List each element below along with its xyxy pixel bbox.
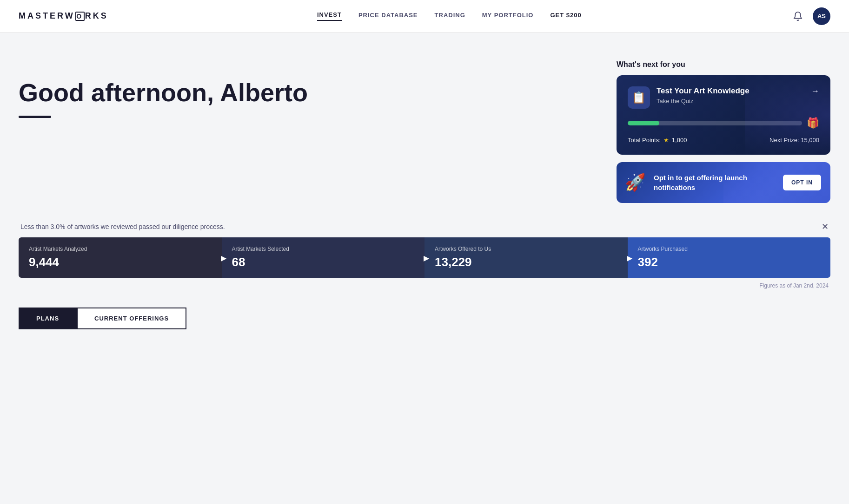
stats-section: Less than 3.0% of artworks we reviewed p… (0, 222, 849, 298)
stat-artworks-offered: Artworks Offered to Us 13,229 (424, 237, 628, 278)
greeting-text: Good afternoon, Alberto (19, 79, 598, 106)
logo-text-right: RKS (85, 11, 108, 21)
diligence-text: Less than 3.0% of artworks we reviewed p… (20, 223, 225, 230)
stats-bar: Artist Markets Analyzed 9,444 Artist Mar… (19, 237, 830, 278)
tab-current-offerings[interactable]: CURRENT OFFERINGS (77, 308, 186, 329)
gift-icon: 🎁 (807, 117, 819, 129)
header: MASTERW O RKS INVEST PRICE DATABASE TRAD… (0, 0, 849, 33)
logo-text-left: MASTERW (19, 11, 75, 21)
stat-value-3: 392 (638, 255, 821, 269)
whats-next-label: What's next for you (617, 60, 830, 69)
tab-plans[interactable]: PLANS (19, 308, 77, 329)
rocket-icon: 🚀 (617, 162, 654, 203)
stat-artworks-purchased: Artworks Purchased 392 (628, 237, 831, 278)
quiz-subtitle: Take the Quiz (657, 98, 750, 105)
left-section: Good afternoon, Alberto (19, 60, 598, 203)
nav-get200[interactable]: GET $200 (550, 12, 581, 20)
bell-icon[interactable] (790, 9, 805, 24)
stat-label-1: Artist Markets Selected (232, 246, 415, 252)
opt-in-button[interactable]: OPT IN (783, 175, 821, 190)
main-content: Good afternoon, Alberto What's next for … (0, 33, 849, 222)
figures-note: Figures as of Jan 2nd, 2024 (19, 282, 830, 289)
quiz-footer: Total Points: ★ 1,800 Next Prize: 15,000 (628, 137, 819, 144)
progress-bar-fill (628, 121, 659, 125)
nav-invest[interactable]: INVEST (317, 11, 342, 21)
logo: MASTERW O RKS (19, 11, 108, 21)
logo-o: O (75, 12, 85, 21)
nav-price-database[interactable]: PRICE DATABASE (358, 12, 418, 20)
stat-value-2: 13,229 (435, 255, 617, 269)
tabs-section: PLANS CURRENT OFFERINGS (0, 298, 849, 329)
quiz-card[interactable]: 📋 Test Your Art Knowledge Take the Quiz … (617, 75, 830, 155)
avatar[interactable]: AS (813, 7, 830, 25)
total-points-label: Total Points: (628, 137, 661, 144)
diligence-banner: Less than 3.0% of artworks we reviewed p… (19, 222, 830, 232)
main-nav: INVEST PRICE DATABASE TRADING MY PORTFOL… (317, 11, 582, 21)
greeting-underline (19, 116, 51, 118)
stat-label-2: Artworks Offered to Us (435, 246, 617, 252)
total-points-value: 1,800 (672, 137, 687, 144)
optin-card[interactable]: 🚀 Opt in to get offering launch notifica… (617, 162, 830, 203)
stat-artist-markets-analyzed: Artist Markets Analyzed 9,444 (19, 237, 222, 278)
close-banner-button[interactable]: ✕ (822, 222, 829, 232)
quiz-arrow-icon[interactable]: → (811, 86, 819, 96)
quiz-text: Test Your Art Knowledge Take the Quiz (657, 86, 750, 105)
optin-text: Opt in to get offering launch notificati… (654, 173, 783, 192)
right-section: What's next for you 📋 Test Your Art Know… (617, 60, 830, 203)
progress-row: 🎁 (628, 117, 819, 129)
stat-label-3: Artworks Purchased (638, 246, 821, 252)
progress-bar-background (628, 121, 802, 125)
total-points: Total Points: ★ 1,800 (628, 137, 687, 144)
star-icon: ★ (663, 137, 669, 144)
quiz-title: Test Your Art Knowledge (657, 86, 750, 96)
header-right: AS (790, 7, 830, 25)
stat-value-0: 9,444 (29, 255, 212, 269)
next-prize: Next Prize: 15,000 (769, 137, 819, 144)
stat-artist-markets-selected: Artist Markets Selected 68 (222, 237, 425, 278)
nav-my-portfolio[interactable]: MY PORTFOLIO (482, 12, 534, 20)
stat-label-0: Artist Markets Analyzed (29, 246, 212, 252)
quiz-icon: 📋 (628, 86, 650, 109)
nav-trading[interactable]: TRADING (435, 12, 465, 20)
quiz-title-area: 📋 Test Your Art Knowledge Take the Quiz (628, 86, 750, 109)
stat-value-1: 68 (232, 255, 415, 269)
quiz-header: 📋 Test Your Art Knowledge Take the Quiz … (628, 86, 819, 109)
